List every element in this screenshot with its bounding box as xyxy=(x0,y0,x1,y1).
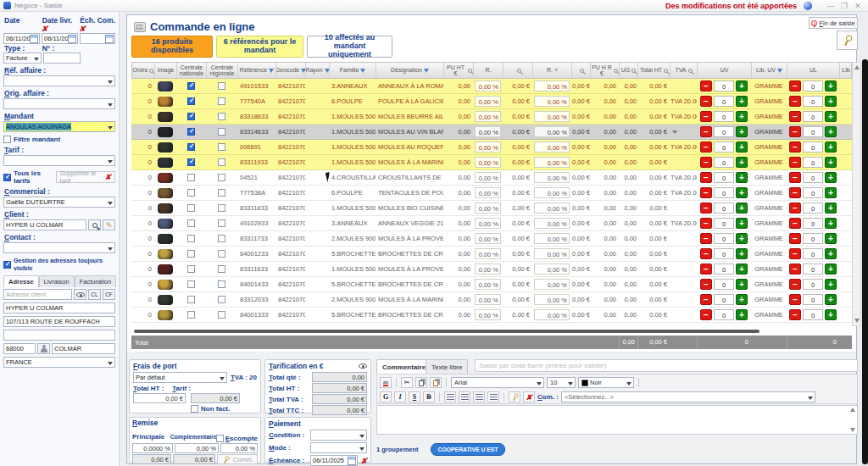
tarif-select[interactable] xyxy=(3,155,115,166)
close-button[interactable]: ✕ xyxy=(851,2,865,10)
ul-minus-button[interactable]: − xyxy=(789,279,801,290)
centrale-nationale-checkbox[interactable] xyxy=(187,174,195,181)
cell-tva[interactable] xyxy=(670,311,697,319)
table-row[interactable]: 0 83314633 8422107004 1.MOULES 500G MOUL… xyxy=(131,125,852,140)
ref-affaire-select[interactable] xyxy=(3,75,115,86)
cell-remise-plus-pct-input[interactable]: 0,00 % xyxy=(534,309,570,320)
postal-code-input[interactable]: 68000 xyxy=(3,343,36,354)
filter-icon[interactable] xyxy=(325,69,330,73)
uv-minus-button[interactable]: − xyxy=(700,248,712,259)
centrale-nationale-checkbox[interactable] xyxy=(187,204,195,212)
column-header-uv[interactable]: UV xyxy=(698,63,752,78)
align-right-button[interactable] xyxy=(473,391,485,402)
uv-input[interactable]: 0 xyxy=(714,218,734,229)
table-vertical-scrollbar[interactable] xyxy=(852,62,861,326)
table-row[interactable]: 0 777540A 8422107006 6.POULPE POULPE A L… xyxy=(131,94,852,109)
align-left-button[interactable] xyxy=(444,391,456,402)
centrale-nationale-checkbox[interactable] xyxy=(187,265,195,273)
uv-plus-button[interactable]: + xyxy=(736,141,748,153)
escompte-checkbox[interactable] xyxy=(216,435,224,442)
cell-remise-pct-input[interactable]: 0,00 % xyxy=(475,111,501,122)
centrale-nationale-checkbox[interactable] xyxy=(187,82,195,90)
frais-mode-select[interactable]: Par défaut xyxy=(133,372,227,383)
ul-plus-button[interactable]: + xyxy=(825,294,837,305)
echeance-input[interactable]: 06/11/2025 xyxy=(310,455,358,466)
cell-remise-pct-input[interactable]: 0,00 % xyxy=(475,233,501,244)
filter-icon[interactable] xyxy=(269,69,274,73)
uv-input[interactable]: 0 xyxy=(714,126,734,137)
uv-minus-button[interactable]: − xyxy=(700,309,712,320)
ul-plus-button[interactable]: + xyxy=(825,248,837,259)
uv-input[interactable]: 0 xyxy=(714,187,734,198)
cell-tva[interactable]: TVA 20.00 xyxy=(670,189,697,197)
uv-input[interactable]: 0 xyxy=(714,309,734,320)
centrale-nationale-checkbox[interactable] xyxy=(187,219,195,227)
gestion-adresses-checkbox[interactable] xyxy=(3,261,11,269)
table-horizontal-scrollbar[interactable] xyxy=(134,330,760,333)
ul-input[interactable]: 0 xyxy=(803,80,823,92)
com-select[interactable]: <Sélectionnez...> xyxy=(561,391,815,402)
scroll-down-icon[interactable] xyxy=(850,428,855,432)
cell-remise-plus-pct-input[interactable]: 0,00 % xyxy=(534,187,570,198)
affectes-mandant-button[interactable]: 10 affectés au mandant uniquement xyxy=(307,36,392,58)
search-icon[interactable] xyxy=(149,69,153,73)
centrale-regionale-checkbox[interactable] xyxy=(218,250,225,258)
tab-livraison[interactable]: Livraison xyxy=(39,275,75,287)
ul-minus-button[interactable]: − xyxy=(789,309,801,320)
column-header-ordre[interactable]: Ordre xyxy=(132,63,155,78)
ul-plus-button[interactable]: + xyxy=(825,233,837,244)
table-row[interactable]: 0 83311633 8422107001 1.MOULES 500G MOUL… xyxy=(131,262,852,277)
orig-affaire-select[interactable] xyxy=(3,98,115,109)
ul-plus-button[interactable]: + xyxy=(825,96,837,107)
column-header-centrale-nationale[interactable]: Centrale nationale xyxy=(177,63,207,78)
centrale-nationale-checkbox[interactable] xyxy=(187,143,195,151)
mandant-select[interactable]: ANGULAS AGUINAGA xyxy=(3,121,115,132)
cell-remise-pct-input[interactable]: 0,00 % xyxy=(475,248,501,259)
italic-button[interactable]: I xyxy=(394,391,406,402)
column-header-pu-ht[interactable]: PU HT € xyxy=(444,63,474,78)
ul-plus-button[interactable]: + xyxy=(825,202,837,214)
table-row[interactable]: 0 777538A 8422107006 6.POULPE TENTACULES… xyxy=(131,186,852,201)
ul-minus-button[interactable]: − xyxy=(789,96,801,107)
comment-textarea[interactable] xyxy=(376,405,858,435)
centrale-regionale-checkbox[interactable] xyxy=(218,204,225,212)
ech-com-input[interactable] xyxy=(80,33,115,44)
centrale-regionale-checkbox[interactable] xyxy=(218,143,225,151)
ul-minus-button[interactable]: − xyxy=(789,172,801,183)
cell-tva[interactable]: TVA 20.00 xyxy=(670,97,697,105)
cell-remise-plus-pct-input[interactable]: 0,00 % xyxy=(534,172,570,183)
cell-remise-pct-input[interactable]: 0,00 % xyxy=(475,126,501,137)
address-line2-input[interactable]: 107/113 ROUTE DE ROUFFACH xyxy=(3,316,115,327)
ul-input[interactable]: 0 xyxy=(803,218,823,229)
uv-plus-button[interactable]: + xyxy=(736,233,748,244)
filter-icon[interactable] xyxy=(777,69,782,73)
uv-plus-button[interactable]: + xyxy=(736,157,748,168)
window-scrollbar[interactable] xyxy=(862,59,868,464)
date-livr-input[interactable]: 06/11/2025 xyxy=(42,33,78,44)
table-row[interactable]: 0 83311933 8422107001 1.MOULES 500G MOUL… xyxy=(131,155,852,170)
remise-principale-pct[interactable]: 0,0000 % xyxy=(132,443,173,453)
calendar-icon[interactable] xyxy=(348,457,356,465)
scroll-down-icon[interactable] xyxy=(854,319,860,323)
cell-remise-plus-pct-input[interactable]: 0,00 % xyxy=(534,202,570,214)
column-header-r-eur[interactable] xyxy=(504,63,533,78)
ul-minus-button[interactable]: − xyxy=(789,233,801,244)
adresse-client-input[interactable]: Adresse client xyxy=(3,289,72,300)
uv-plus-button[interactable]: + xyxy=(736,202,748,214)
uv-minus-button[interactable]: − xyxy=(700,111,712,122)
address-line3-input[interactable] xyxy=(3,330,115,341)
cell-remise-pct-input[interactable]: 0,00 % xyxy=(475,157,501,168)
centrale-regionale-checkbox[interactable] xyxy=(218,113,225,120)
ul-input[interactable]: 0 xyxy=(803,264,823,275)
uv-input[interactable]: 0 xyxy=(714,264,734,275)
uv-plus-button[interactable]: + xyxy=(736,187,748,198)
table-row[interactable]: 0 49102933 8422107006 3.ANNEAUX ANNEAUX … xyxy=(131,216,852,231)
city-lookup-button[interactable] xyxy=(37,343,50,354)
frais-total-ht-input[interactable]: 0,00 € xyxy=(133,393,186,403)
filtre-mandant-checkbox[interactable] xyxy=(3,136,11,143)
uv-minus-button[interactable]: − xyxy=(700,264,712,275)
uv-input[interactable]: 0 xyxy=(714,248,734,259)
align-justify-button[interactable] xyxy=(487,391,499,402)
cell-tva[interactable] xyxy=(670,296,697,303)
cell-remise-plus-pct-input[interactable]: 0,00 % xyxy=(534,111,570,122)
